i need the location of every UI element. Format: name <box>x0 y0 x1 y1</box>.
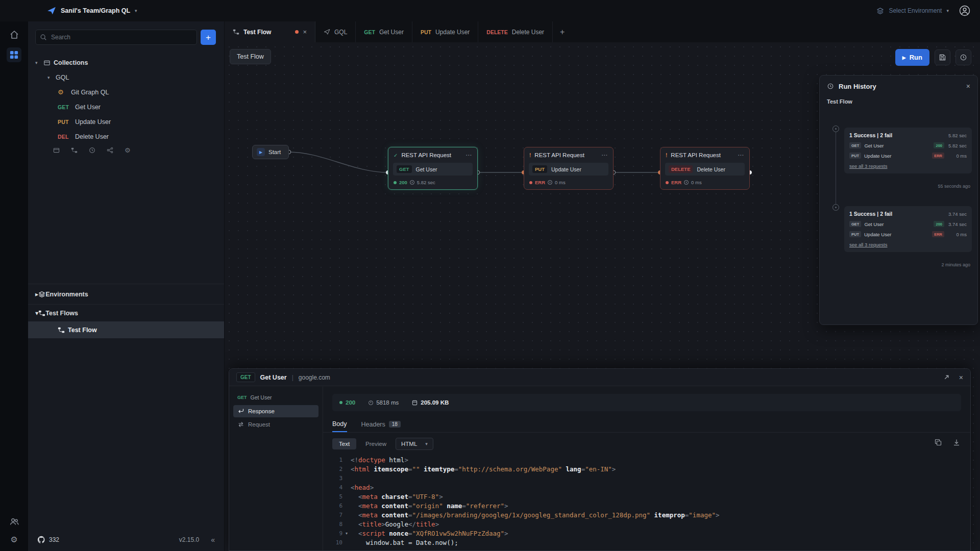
status-dot <box>666 181 669 184</box>
response-arrow-icon <box>238 408 244 414</box>
collapse-sidebar-button[interactable]: « <box>211 536 215 544</box>
node-request[interactable]: DELETE Delete User <box>665 163 745 176</box>
test-flows-header[interactable]: ▾ Test Flows <box>28 304 224 321</box>
search-input[interactable] <box>35 30 197 45</box>
warning-icon: ! <box>529 153 531 158</box>
chevron-down-icon: ▾ <box>35 60 43 65</box>
home-icon[interactable] <box>9 30 19 40</box>
format-select[interactable]: HTML ▾ <box>396 438 433 450</box>
run-entry-time: 2 minutes ago <box>941 262 970 267</box>
github-icon[interactable] <box>37 536 45 544</box>
layers-icon <box>38 291 45 298</box>
play-icon: ▶ <box>902 55 906 60</box>
start-node[interactable]: ▶ Start <box>252 145 289 159</box>
clock-icon <box>548 180 552 185</box>
collection-box-icon <box>43 59 54 66</box>
code-line: 4<head> <box>325 483 970 492</box>
gear-icon[interactable]: ⚙ <box>125 147 131 154</box>
new-tab-button[interactable]: + <box>553 21 572 42</box>
node-status: ERR 0 ms <box>524 178 613 189</box>
nav-request-title: GET Get User <box>229 391 323 404</box>
view-text-button[interactable]: Text <box>332 438 356 449</box>
download-icon[interactable] <box>953 439 960 446</box>
run-history-panel: Run History × Test Flow 1 Success | 2 fa… <box>819 75 978 325</box>
environment-label: Select Environment <box>889 7 942 14</box>
run-controls: ▶ Run <box>895 49 971 66</box>
view-controls: Text Preview HTML ▾ <box>323 433 970 454</box>
clock-icon[interactable] <box>89 147 95 154</box>
status-badge: ERR <box>932 153 944 159</box>
play-icon: ▶ <box>257 148 265 156</box>
close-icon[interactable]: × <box>959 373 963 382</box>
request-item-update-user[interactable]: PUT Update User <box>28 114 224 129</box>
chevron-down-icon: ▾ <box>135 8 137 13</box>
node-request[interactable]: GET Get User <box>393 163 473 176</box>
status-badge: ERR <box>932 231 944 237</box>
headers-count-badge: 18 <box>389 421 401 428</box>
flow-icon[interactable] <box>71 147 78 154</box>
sidebar-item-test-flow[interactable]: Test Flow <box>28 321 224 338</box>
search-icon <box>40 34 47 41</box>
node-delete-user[interactable]: ! REST API Request ⋯ DELETE Delete User … <box>660 147 750 190</box>
node-menu-icon[interactable]: ⋯ <box>465 152 472 159</box>
settings-gear-icon[interactable]: ⚙ <box>10 536 17 544</box>
method-badge: GET <box>236 372 255 382</box>
new-folder-icon[interactable] <box>53 147 60 154</box>
clock-icon <box>684 180 689 185</box>
node-status: ERR 0 ms <box>660 178 749 189</box>
user-avatar[interactable] <box>959 5 971 17</box>
run-entry[interactable]: 1 Success | 2 fail 3.74 sec GET Get User… <box>844 206 972 252</box>
request-item-delete-user[interactable]: DEL Delete User <box>28 129 224 144</box>
code-line: 10 window.bat = Date.now(); <box>325 538 970 547</box>
copy-icon[interactable] <box>935 439 942 446</box>
add-request-button[interactable]: + <box>201 30 216 45</box>
tab-test-flow[interactable]: Test Flow × <box>225 21 315 42</box>
send-plane-icon <box>324 29 330 35</box>
response-panel-header[interactable]: GET Get User | google.com × <box>229 369 970 386</box>
timeline-marker <box>832 204 839 211</box>
request-item-git-graph-ql[interactable]: ⚙ Git Graph QL <box>28 85 224 99</box>
tab-headers[interactable]: Headers 18 <box>361 416 401 432</box>
run-entry[interactable]: 1 Success | 2 fail 5.82 sec GET Get User… <box>844 128 972 173</box>
tab-get-user[interactable]: GET Get User <box>356 21 412 42</box>
close-tab-icon[interactable]: × <box>303 28 307 36</box>
chevron-down-icon: ▾ <box>946 8 949 13</box>
tab-delete-user[interactable]: DELETE Delete User <box>478 21 553 42</box>
node-menu-icon[interactable]: ⋯ <box>738 152 744 159</box>
view-preview-button[interactable]: Preview <box>365 441 386 447</box>
save-flow-button[interactable] <box>935 49 950 65</box>
node-update-user[interactable]: ! REST API Request ⋯ PUT Update User ERR… <box>524 147 614 190</box>
see-all-requests-link[interactable]: see all 3 requests <box>849 163 887 169</box>
share-icon[interactable] <box>107 147 113 154</box>
nav-item-request[interactable]: Request <box>233 418 318 431</box>
run-button[interactable]: ▶ Run <box>895 49 929 66</box>
node-request[interactable]: PUT Update User <box>529 163 608 176</box>
users-icon[interactable] <box>9 516 19 527</box>
node-menu-icon[interactable]: ⋯ <box>601 152 608 159</box>
collections-header[interactable]: ▾ Collections <box>28 55 224 70</box>
environments-header[interactable]: ▸ Environments <box>28 284 224 304</box>
tab-gql[interactable]: GQL <box>315 21 356 42</box>
workspace-switcher[interactable]: Sanil's Team/Graph QL ▾ <box>47 6 137 15</box>
timeline-marker <box>832 126 839 132</box>
tab-body[interactable]: Body <box>332 416 347 432</box>
run-history-button[interactable] <box>955 49 971 65</box>
code-editor[interactable]: 1<!doctype html>2<html itemscope="" item… <box>323 454 970 550</box>
nav-item-response[interactable]: Response <box>233 405 318 417</box>
tab-strip: Test Flow × GQL GET Get User PUT Update … <box>225 21 980 42</box>
sidebar-spacer <box>28 338 224 529</box>
request-item-get-user[interactable]: GET Get User <box>28 99 224 114</box>
tab-update-user[interactable]: PUT Update User <box>412 21 478 42</box>
topbar: Sanil's Team/Graph QL ▾ Select Environme… <box>0 0 980 21</box>
graphql-request-icon: ⚙ <box>58 89 71 95</box>
collections-grid-icon[interactable] <box>7 47 21 62</box>
close-icon[interactable]: × <box>966 82 970 90</box>
code-line: 3 <box>325 473 970 483</box>
collection-gql[interactable]: ▾ GQL <box>28 70 224 85</box>
expand-icon[interactable] <box>943 374 950 381</box>
node-get-user[interactable]: ✓ REST API Request ⋯ GET Get User 200 5.… <box>388 147 478 190</box>
search-box <box>35 30 197 45</box>
see-all-requests-link[interactable]: see all 3 requests <box>849 242 887 247</box>
run-request-row: PUT Update User ERR 0 ms <box>849 153 967 159</box>
environment-selector[interactable]: Select Environment ▾ <box>876 5 971 17</box>
